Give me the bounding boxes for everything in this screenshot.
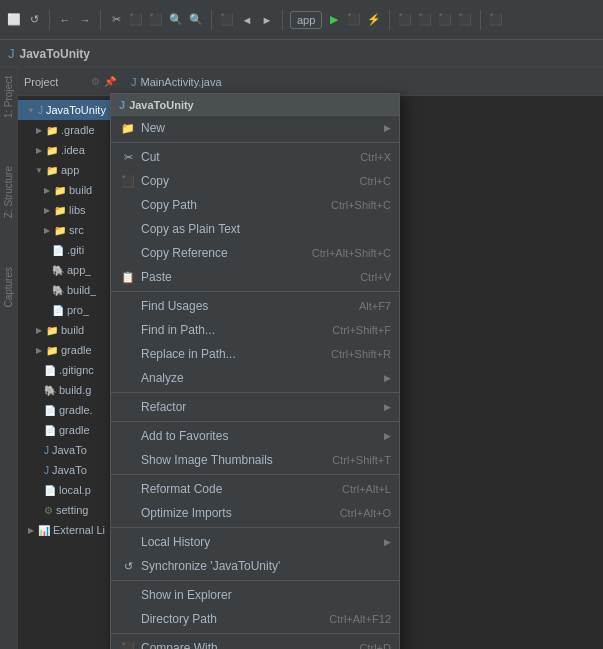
tree-label-app: app — [61, 164, 79, 176]
tree-item-build[interactable]: ▶ 📁 build — [18, 180, 122, 200]
menu-item-analyze[interactable]: Analyze ▶ — [111, 366, 399, 390]
tree-item-build-root[interactable]: ▶ 📁 build — [18, 320, 122, 340]
toolbar-icon-6: ⬛ — [128, 12, 144, 28]
menu-item-add-favorites[interactable]: Add to Favorites ▶ — [111, 424, 399, 448]
menu-item-paste[interactable]: 📋 Paste Ctrl+V — [111, 265, 399, 289]
thumbnails-icon — [119, 451, 137, 469]
tree-label-java1: JavaTo — [52, 444, 87, 456]
toolbar: ⬜ ↺ ← → ✂ ⬛ ⬛ 🔍 🔍 ⬛ ◄ ► app ▶ ⬛ ⚡ ⬛ ⬛ ⬛ … — [0, 0, 603, 40]
side-tab-project[interactable]: 1: Project — [1, 72, 16, 122]
tree-item-src[interactable]: ▶ 📁 src — [18, 220, 122, 240]
menu-item-refactor[interactable]: Refactor ▶ — [111, 395, 399, 419]
menu-item-show-explorer[interactable]: Show in Explorer — [111, 583, 399, 607]
menu-label-reformat: Reformat Code — [141, 482, 322, 496]
menu-item-thumbnails[interactable]: Show Image Thumbnails Ctrl+Shift+T — [111, 448, 399, 472]
toolbar-icon-16: ⬛ — [437, 12, 453, 28]
toolbar-sep-4 — [282, 10, 283, 30]
tree-arrow-app: ▼ — [34, 165, 44, 175]
menu-item-find-usages[interactable]: Find Usages Alt+F7 — [111, 294, 399, 318]
tree-file-java1: J — [44, 445, 49, 456]
menu-item-cut[interactable]: ✂ Cut Ctrl+X — [111, 145, 399, 169]
menu-arrow-refactor: ▶ — [384, 402, 391, 412]
menu-item-replace-path[interactable]: Replace in Path... Ctrl+Shift+R — [111, 342, 399, 366]
tree-item-app-file[interactable]: 🐘 app_ — [18, 260, 122, 280]
tree-item-libs[interactable]: ▶ 📁 libs — [18, 200, 122, 220]
menu-sep-5 — [111, 474, 399, 475]
tree-item-gitignore-inner[interactable]: 📄 .giti — [18, 240, 122, 260]
menu-arrow-local-history: ▶ — [384, 537, 391, 547]
menu-item-compare[interactable]: ⬛ Compare With... Ctrl+D — [111, 636, 399, 649]
tree-item-idea[interactable]: ▶ 📁 .idea — [18, 140, 122, 160]
toolbar-icon-4: → — [77, 12, 93, 28]
tree-label-build-file: build_ — [67, 284, 96, 296]
menu-item-find-path[interactable]: Find in Path... Ctrl+Shift+F — [111, 318, 399, 342]
tree-label-root: JavaToUnity — [46, 104, 106, 116]
menu-item-copy-ref[interactable]: Copy Reference Ctrl+Alt+Shift+C — [111, 241, 399, 265]
toolbar-icon-run[interactable]: ▶ — [326, 12, 342, 28]
menu-label-synchronize: Synchronize 'JavaToUnity' — [141, 559, 391, 573]
tree-label-idea: .idea — [61, 144, 85, 156]
tree-item-gradle-root[interactable]: ▶ 📁 gradle — [18, 340, 122, 360]
tree-folder-idea: 📁 — [46, 145, 58, 156]
menu-label-find-path: Find in Path... — [141, 323, 312, 337]
menu-item-copy[interactable]: ⬛ Copy Ctrl+C — [111, 169, 399, 193]
tree-item-gitignore-root[interactable]: 📄 .gitignc — [18, 360, 122, 380]
tree-file-git: 📄 — [52, 245, 64, 256]
sync-icon: ↺ — [119, 557, 137, 575]
copy-path-shortcut: Ctrl+Shift+C — [311, 199, 391, 211]
menu-item-new[interactable]: 📁 New ▶ — [111, 116, 399, 140]
menu-sep-6 — [111, 527, 399, 528]
menu-sep-8 — [111, 633, 399, 634]
side-tab-captures[interactable]: Captures — [1, 263, 16, 312]
tree-item-gradle[interactable]: ▶ 📁 .gradle — [18, 120, 122, 140]
toolbar-sep-5 — [389, 10, 390, 30]
tree-label-src: src — [69, 224, 84, 236]
tree-arrow-gradle-root: ▶ — [34, 345, 44, 355]
panel-pin-icon[interactable]: 📌 — [104, 76, 116, 87]
panel-gear-icon[interactable]: ⚙ — [91, 76, 100, 87]
tree-item-gradle-file2[interactable]: 📄 gradle — [18, 420, 122, 440]
tree-label-setting: setting — [56, 504, 88, 516]
tree-item-java1[interactable]: J JavaTo — [18, 440, 122, 460]
tree-folder-external: 📊 — [38, 525, 50, 536]
tree-item-external[interactable]: ▶ 📊 External Li — [18, 520, 122, 540]
tree-label-external: External Li — [53, 524, 105, 536]
menu-item-local-history[interactable]: Local History ▶ — [111, 530, 399, 554]
app-badge[interactable]: app — [290, 11, 322, 29]
tree-file-app: 🐘 — [52, 265, 64, 276]
menu-label-local-history: Local History — [141, 535, 384, 549]
menu-arrow-new: ▶ — [384, 123, 391, 133]
tree-item-build-file[interactable]: 🐘 build_ — [18, 280, 122, 300]
menu-item-copy-path[interactable]: Copy Path Ctrl+Shift+C — [111, 193, 399, 217]
toolbar-icon-debug[interactable]: ⬛ — [346, 12, 362, 28]
menu-label-analyze: Analyze — [141, 371, 384, 385]
code-tab[interactable]: J MainActivity.java — [123, 68, 603, 96]
side-tab-structure[interactable]: Z: Structure — [1, 162, 16, 222]
menu-item-dir-path[interactable]: Directory Path Ctrl+Alt+F12 — [111, 607, 399, 631]
menu-sep-7 — [111, 580, 399, 581]
tree-label-app-file: app_ — [67, 264, 91, 276]
panel-title: Project — [24, 76, 58, 88]
menu-item-copy-plain[interactable]: Copy as Plain Text — [111, 217, 399, 241]
tree-item-gradle-file1[interactable]: 📄 gradle. — [18, 400, 122, 420]
cut-icon: ✂ — [119, 148, 137, 166]
tree-item-java2[interactable]: J JavaTo — [18, 460, 122, 480]
tree-arrow-src: ▶ — [42, 225, 52, 235]
tree-item-app[interactable]: ▼ 📁 app — [18, 160, 122, 180]
tree-arrow-build: ▶ — [42, 185, 52, 195]
tree-item-root[interactable]: ▼ J JavaToUnity — [18, 100, 122, 120]
menu-label-cut: Cut — [141, 150, 340, 164]
menu-label-refactor: Refactor — [141, 400, 384, 414]
menu-arrow-favorites: ▶ — [384, 431, 391, 441]
tree-item-pro-file[interactable]: 📄 pro_ — [18, 300, 122, 320]
menu-item-optimize[interactable]: Optimize Imports Ctrl+Alt+O — [111, 501, 399, 525]
project-panel: Project ⚙ 📌 ▼ J JavaToUnity ▶ 📁 .gradle … — [18, 68, 123, 649]
menu-item-reformat[interactable]: Reformat Code Ctrl+Alt+L — [111, 477, 399, 501]
menu-item-synchronize[interactable]: ↺ Synchronize 'JavaToUnity' — [111, 554, 399, 578]
tree-item-setting[interactable]: ⚙ setting — [18, 500, 122, 520]
tree-label-local: local.p — [59, 484, 91, 496]
tree-item-buildg[interactable]: 🐘 build.g — [18, 380, 122, 400]
tree-item-local[interactable]: 📄 local.p — [18, 480, 122, 500]
menu-sep-4 — [111, 421, 399, 422]
menu-label-new: New — [141, 121, 384, 135]
